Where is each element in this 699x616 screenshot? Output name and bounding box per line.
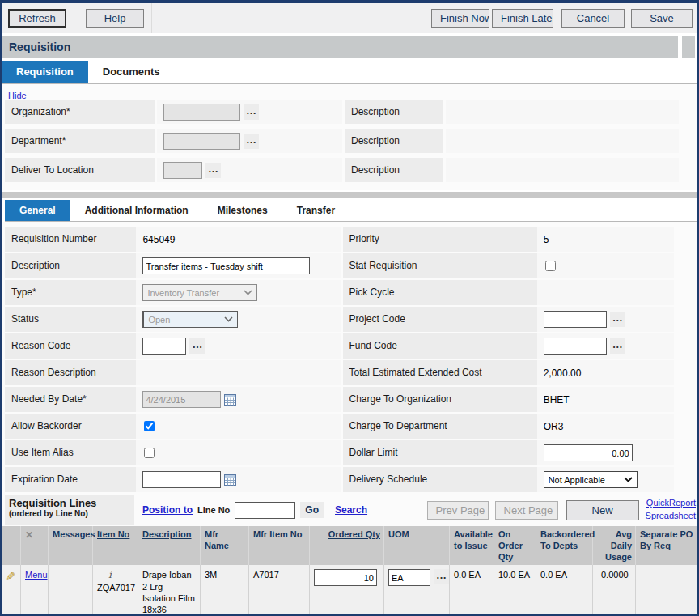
- stat-requisition-checkbox[interactable]: [545, 261, 556, 271]
- fund-code-lookup-icon[interactable]: …: [610, 338, 625, 354]
- save-button[interactable]: Save: [631, 9, 693, 28]
- help-button[interactable]: Help: [86, 9, 144, 28]
- col-available-to-issue: Available to Issue: [450, 526, 494, 565]
- type-select[interactable]: Inventory Transfer: [142, 284, 257, 301]
- allow-backorder-label: Allow Backorder: [5, 414, 136, 439]
- row-mfr-item-no: A7017: [249, 565, 310, 614]
- department-input[interactable]: [163, 133, 240, 150]
- col-uom: UOM: [384, 526, 450, 565]
- row-on-order-qty: 10.0 EA: [494, 565, 536, 614]
- uom-lookup-icon[interactable]: …: [434, 569, 449, 584]
- position-to-link[interactable]: Position to: [142, 504, 193, 516]
- needed-by-date-input[interactable]: [142, 391, 221, 408]
- next-page-button[interactable]: Next Page: [495, 501, 558, 520]
- reason-code-input[interactable]: [142, 338, 186, 355]
- deliver-to-location-lookup-icon[interactable]: …: [205, 163, 221, 178]
- project-code-lookup-icon[interactable]: …: [610, 312, 625, 327]
- chevron-down-icon: [244, 290, 252, 295]
- organization-label: Organization*: [5, 100, 155, 124]
- organization-description-label: Description: [345, 100, 443, 124]
- finish-now-button[interactable]: Finish Now: [431, 9, 489, 28]
- charge-to-department-label: Charge To Department: [343, 414, 537, 439]
- expiration-date-input[interactable]: [142, 471, 221, 488]
- cancel-button[interactable]: Cancel: [561, 9, 625, 28]
- tab-transfer[interactable]: Transfer: [282, 200, 350, 221]
- calendar-icon[interactable]: [224, 394, 236, 406]
- row-messages: [49, 565, 93, 614]
- delivery-schedule-select[interactable]: Not Applicable: [544, 471, 638, 488]
- spreadsheet-link[interactable]: Spreadsheet: [646, 510, 696, 523]
- tab-requisition[interactable]: Requisition: [2, 61, 88, 83]
- project-code-input[interactable]: [544, 311, 607, 328]
- col-separate-po-by-req: Separate PO By Req: [636, 526, 697, 565]
- finish-later-button[interactable]: Finish Later: [492, 9, 553, 28]
- line-no-input[interactable]: [235, 502, 295, 519]
- deliver-to-location-description-label: Description: [345, 158, 443, 182]
- row-available-to-issue: 0.0 EA: [450, 565, 494, 614]
- requisition-lines-bar: Requisition Lines (ordered by Line No) P…: [2, 494, 697, 526]
- organization-row: Organization* … Description: [5, 100, 679, 124]
- tab-documents[interactable]: Documents: [88, 61, 175, 83]
- status-select[interactable]: Open: [142, 311, 238, 328]
- organization-input[interactable]: [163, 104, 240, 121]
- tab-milestones[interactable]: Milestones: [203, 200, 282, 221]
- priority-label: Priority: [343, 227, 537, 252]
- reason-code-lookup-icon[interactable]: …: [189, 338, 205, 354]
- type-select-value: Inventory Transfer: [147, 288, 219, 298]
- ordered-qty-input[interactable]: [314, 569, 377, 586]
- search-link[interactable]: Search: [335, 504, 367, 516]
- dollar-limit-label: Dollar Limit: [343, 440, 537, 465]
- total-estimated-extended-cost-label: Total Estimated Extended Cost: [343, 360, 537, 385]
- allow-backorder-checkbox[interactable]: [144, 421, 155, 431]
- needed-by-date-label: Needed By Date*: [5, 387, 136, 412]
- quickreport-link[interactable]: QuickReport: [646, 497, 696, 510]
- deliver-to-location-row: Deliver To Location … Description: [5, 158, 679, 182]
- status-select-value: Open: [148, 315, 170, 325]
- go-button[interactable]: Go: [300, 502, 324, 518]
- col-description[interactable]: Description: [138, 526, 201, 565]
- col-avg-daily-usage: Avg Daily Usage: [593, 526, 636, 565]
- department-description-label: Description: [345, 129, 443, 153]
- prev-page-button[interactable]: Prev Page: [427, 501, 489, 520]
- row-description: Drape Ioban 2 Lrg Isolation Film 18x36: [138, 565, 201, 614]
- title-bar-row: Requisition: [2, 36, 697, 58]
- uom-input[interactable]: [388, 569, 430, 586]
- requisition-lines-subtitle: (ordered by Line No): [9, 509, 134, 518]
- toolbar-right-group: Finish Now Finish Later Cancel Save: [152, 9, 697, 28]
- charge-to-organization-value: BHET: [544, 394, 570, 406]
- edit-pencil-icon[interactable]: ✎: [6, 569, 15, 584]
- organization-lookup-icon[interactable]: …: [244, 104, 259, 120]
- delete-icon[interactable]: ✕: [25, 529, 33, 541]
- deliver-to-location-input[interactable]: [163, 162, 202, 179]
- row-avg-daily-usage: 0.0000: [593, 565, 636, 614]
- total-estimated-extended-cost-value: 2,000.00: [544, 367, 582, 379]
- top-toolbar: Refresh Help Finish Now Finish Later Can…: [2, 3, 697, 33]
- row-menu-link[interactable]: Menu: [25, 570, 48, 580]
- delivery-schedule-label: Delivery Schedule: [343, 467, 537, 492]
- col-item-no[interactable]: Item No: [93, 526, 138, 565]
- status-label: Status: [5, 307, 136, 332]
- calendar-icon[interactable]: [224, 474, 236, 486]
- department-row: Department* … Description: [5, 129, 679, 153]
- description-input[interactable]: [142, 257, 310, 274]
- description-label: Description: [5, 253, 136, 278]
- new-button[interactable]: New: [566, 500, 639, 520]
- refresh-button[interactable]: Refresh: [8, 9, 66, 28]
- chevron-down-icon: [224, 316, 233, 322]
- department-lookup-icon[interactable]: …: [244, 134, 259, 149]
- tab-general[interactable]: General: [5, 200, 70, 221]
- col-ordered-qty[interactable]: Ordered Qty: [310, 526, 384, 565]
- project-code-label: Project Code: [343, 307, 537, 332]
- col-messages: Messages: [49, 526, 93, 565]
- col-edit: [2, 526, 21, 565]
- delivery-schedule-value: Not Applicable: [549, 475, 605, 485]
- info-icon[interactable]: i: [108, 569, 135, 582]
- pick-cycle-label: Pick Cycle: [343, 280, 537, 305]
- tab-additional-information[interactable]: Additional Information: [70, 200, 203, 221]
- col-mfr-item-no: Mfr Item No: [249, 526, 310, 565]
- use-item-alias-checkbox[interactable]: [144, 448, 155, 458]
- col-backordered-to-depts: Backordered To Depts: [536, 526, 593, 565]
- page-title: Requisition: [2, 36, 678, 58]
- dollar-limit-input[interactable]: [544, 444, 633, 461]
- fund-code-input[interactable]: [544, 338, 607, 355]
